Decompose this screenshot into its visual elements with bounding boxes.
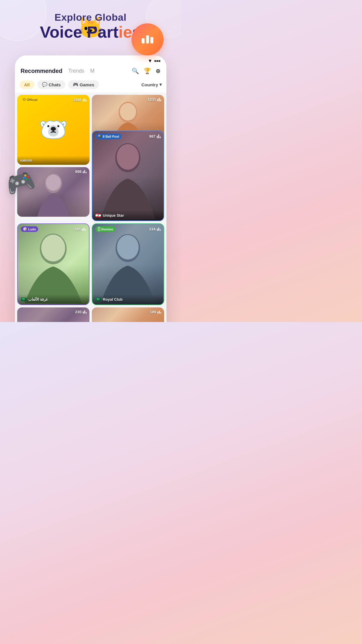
room-count-2: 1231 — [148, 97, 161, 102]
room-card-8ball[interactable]: 🎱 8 Ball Pool 987 🇱🇧 Unique Sta — [92, 131, 164, 221]
room-count-b2: 189 — [150, 310, 161, 314]
room-card-domino[interactable]: 🁣 Domino 234 🇸🇦 Royal Club — [92, 223, 164, 305]
room-card-bottom-2[interactable]: 189 — [92, 307, 164, 322]
audio-bar-3 — [86, 100, 87, 102]
rooms-grid-row2: 🎲 Ludo 541 🇸🇦 غرفة الألعاب — [15, 223, 166, 305]
room-count-ludo: 541 — [75, 227, 86, 231]
room-count-official: 2398 — [73, 98, 87, 102]
saudi-flag-domino: 🇸🇦 — [95, 297, 101, 302]
games-icon: 🎮 — [73, 82, 78, 87]
bar-3 — [150, 37, 153, 43]
room-card-bottom-1[interactable]: 230 — [17, 307, 89, 322]
svg-point-7 — [41, 235, 65, 262]
audio-bars-2 — [157, 98, 161, 101]
filter-bar: All 💬 Chats 🎮 Games Country ▾ — [15, 78, 166, 92]
room-count-domino: 234 — [149, 227, 161, 231]
battery-icon: ■■■ — [154, 59, 161, 63]
photo-person-ludo — [18, 224, 89, 304]
shield-icon: 🛡 — [22, 98, 26, 102]
8ball-badge: 🎱 8 Ball Pool — [95, 134, 122, 139]
card-bottom-ludo: 🇸🇦 غرفة الألعاب — [18, 294, 89, 304]
add-room-icon[interactable]: ⊕ — [156, 67, 161, 74]
trophy-icon[interactable]: 🏆 — [144, 67, 151, 74]
card-top-ludo: 🎲 Ludo 541 — [18, 224, 89, 234]
audio-bars-8ball — [157, 134, 161, 138]
app-icon-bars — [142, 35, 153, 43]
status-bar: ▼ ■■■ — [15, 55, 166, 65]
filter-chats-button[interactable]: 💬 Chats — [37, 80, 66, 89]
rooms-grid-bottom: 230 189 — [15, 305, 166, 322]
header-voice: Voice Part — [40, 23, 119, 41]
domino-badge: 🁣 Domino — [95, 226, 116, 232]
card-top-b2: 189 — [92, 307, 164, 316]
bar-1 — [142, 38, 145, 43]
audio-bar-1 — [83, 99, 84, 102]
8ball-icon: 🎱 — [98, 134, 102, 138]
svg-point-1 — [120, 103, 136, 120]
room-name-domino: Royal Club — [103, 297, 123, 302]
card-top-overlay: 🛡 Official 2398 — [17, 95, 89, 105]
svg-point-5 — [117, 144, 139, 170]
chats-icon: 💬 — [42, 82, 48, 87]
room-count-b1: 230 — [75, 310, 87, 314]
audio-bars-3 — [83, 170, 87, 173]
room-name-official: vakom — [20, 158, 32, 162]
nav-recommended[interactable]: Recommended — [21, 68, 62, 74]
bear-icon: 🐻‍❄️ — [39, 118, 68, 141]
filter-all-button[interactable]: All — [20, 80, 34, 89]
card-bottom-domino: 🇸🇦 Royal Club — [92, 294, 164, 304]
card-top-b1: 230 — [17, 307, 89, 316]
wifi-icon: ▼ — [148, 58, 152, 64]
rooms-grid: 🐻‍❄️ 🛡 Official 2398 — [15, 92, 166, 223]
audio-bars-b2 — [157, 311, 161, 314]
card-bottom-overlay: vakom — [17, 156, 89, 165]
ludo-badge: 🎲 Ludo — [21, 226, 38, 232]
room-card-official[interactable]: 🐻‍❄️ 🛡 Official 2398 — [17, 95, 89, 165]
audio-bar-2 — [84, 98, 85, 102]
room-name-ludo: غرفة الألعاب — [28, 297, 48, 302]
svg-point-3 — [46, 174, 61, 191]
room-card-ludo[interactable]: 🎲 Ludo 541 🇸🇦 غرفة الألعاب — [17, 223, 89, 305]
nav-trends[interactable]: Trends — [68, 68, 84, 74]
nav-icons: 🔍 🏆 ⊕ — [132, 67, 161, 74]
official-badge: 🛡 Official — [20, 97, 40, 102]
saudi-flag-ludo: 🇸🇦 — [21, 297, 27, 302]
official-bg: 🐻‍❄️ — [17, 95, 89, 165]
chevron-down-icon: ▾ — [159, 82, 162, 87]
card-top-domino: 🁣 Domino 234 — [92, 224, 164, 234]
app-icon[interactable] — [131, 23, 164, 55]
audio-bars-b1 — [83, 310, 87, 314]
audio-bars — [83, 98, 87, 102]
ludo-icon: 🎲 — [23, 227, 27, 231]
country-filter[interactable]: Country ▾ — [141, 82, 162, 87]
phone-mockup: ▼ ■■■ Recommended Trends M 🔍 🏆 ⊕ All 💬 C… — [15, 55, 166, 322]
room-count-3: 998 — [75, 169, 87, 174]
card-bottom-8ball: 🇱🇧 Unique Star — [92, 210, 164, 220]
room-name-8ball: Unique Star — [103, 213, 124, 218]
nav-more[interactable]: M — [90, 68, 94, 74]
photo-person-8ball — [92, 131, 164, 220]
card-top-8ball: 🎱 8 Ball Pool 987 — [92, 131, 164, 141]
lebanon-flag: 🇱🇧 — [95, 213, 101, 218]
bar-2 — [146, 35, 149, 43]
room-count-8ball: 987 — [149, 134, 161, 139]
audio-bars-domino — [157, 228, 161, 231]
search-icon[interactable]: 🔍 — [132, 67, 139, 74]
header-line1: Explore Global — [0, 12, 181, 23]
audio-bars-ludo — [82, 228, 86, 231]
svg-point-9 — [117, 235, 139, 260]
photo-person-domino — [92, 224, 164, 304]
domino-icon: 🁣 — [98, 227, 100, 231]
nav-bar: Recommended Trends M 🔍 🏆 ⊕ — [15, 65, 166, 78]
card-top-2: 1231 — [92, 95, 164, 104]
filter-games-button[interactable]: 🎮 Games — [68, 80, 99, 89]
